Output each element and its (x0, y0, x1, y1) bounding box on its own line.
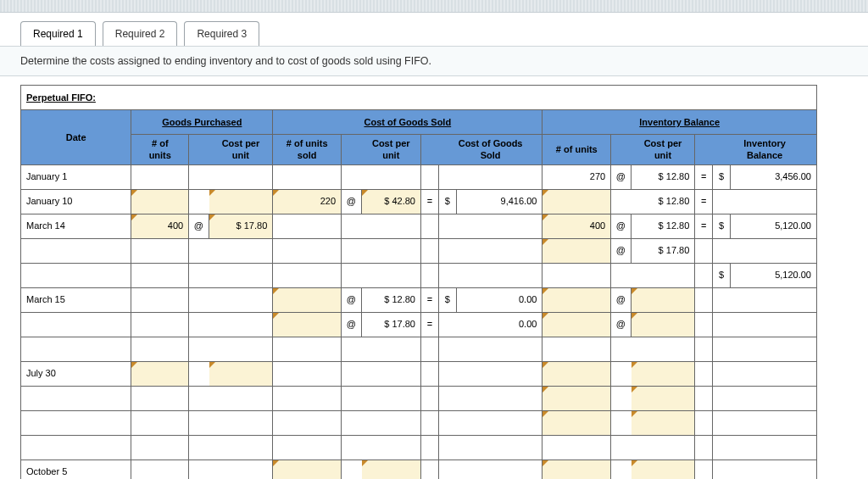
window-stripe (0, 0, 868, 13)
inv-cost: $ 12.80 (631, 214, 695, 238)
tab-required-3[interactable]: Required 3 (184, 21, 259, 46)
inv-units-input[interactable] (542, 287, 611, 312)
at-symbol: @ (189, 214, 209, 238)
head-gp-cost: Cost per unit (209, 135, 273, 165)
row-blank-1 (21, 337, 817, 361)
cogs-total: 0.00 (456, 312, 542, 337)
cogs-cost-input[interactable] (361, 460, 420, 479)
row-oct5: October 5 (21, 460, 817, 479)
inv-units-input[interactable] (542, 460, 611, 479)
inv-cost-input[interactable] (631, 386, 695, 410)
cogs-units-input[interactable]: 220 (273, 189, 342, 214)
gp-cost-input[interactable] (209, 189, 273, 214)
eq-symbol: = (420, 312, 438, 337)
row-jan1: January 1 270 @ $ 12.80 = $ 3,456.00 (21, 164, 817, 189)
dollar-symbol: $ (713, 263, 731, 287)
dollar-symbol: $ (713, 214, 731, 238)
inv-cost-input[interactable] (631, 287, 695, 312)
dollar-symbol: $ (713, 164, 731, 189)
inv-cost-input[interactable] (631, 460, 695, 479)
row-jul30: July 30 (21, 361, 817, 386)
row-mar15b: @ $ 17.80 = 0.00 @ (21, 312, 817, 337)
inv-cost-input[interactable] (631, 410, 695, 435)
at-symbol: @ (611, 238, 631, 263)
dollar-symbol: $ (438, 189, 456, 214)
gp-units-input[interactable]: 400 (131, 214, 189, 238)
cogs-units-input[interactable] (273, 287, 342, 312)
row-mar14t: $ 5,120.00 (21, 263, 817, 287)
inv-balance: 5,120.00 (731, 263, 817, 287)
cogs-units-input[interactable] (273, 312, 342, 337)
row-mar15a: March 15 @ $ 12.80 = $ 0.00 @ (21, 287, 817, 312)
cogs-total: 0.00 (456, 287, 542, 312)
column-header-row: # of units Cost per unit # of units sold… (21, 135, 817, 165)
inv-units-input[interactable] (542, 312, 611, 337)
eq-symbol: = (695, 189, 713, 214)
row-jul30b (21, 386, 817, 410)
eq-symbol: = (420, 189, 438, 214)
gp-units-input[interactable] (131, 361, 189, 386)
at-symbol: @ (342, 287, 361, 312)
eq-symbol: = (695, 164, 713, 189)
date-cell: March 14 (21, 214, 131, 238)
inv-units-input[interactable]: 400 (542, 214, 611, 238)
eq-symbol: = (420, 287, 438, 312)
at-symbol: @ (611, 214, 631, 238)
gp-cost-input[interactable] (209, 361, 273, 386)
at-symbol: @ (611, 164, 631, 189)
fifo-table: Perpetual FIFO: Date Goods Purchased Cos… (20, 85, 817, 479)
cogs-cost-input[interactable]: $ 42.80 (361, 189, 420, 214)
inv-cost: $ 17.80 (631, 238, 695, 263)
head-inv-bal: Inventory Balance (713, 135, 817, 165)
inv-units-input[interactable] (542, 361, 611, 386)
date-cell: July 30 (21, 361, 131, 386)
table-title: Perpetual FIFO: (21, 86, 817, 110)
inv-cost-input[interactable] (631, 312, 695, 337)
gp-cost-input[interactable]: $ 17.80 (209, 214, 273, 238)
tab-required-1[interactable]: Required 1 (20, 21, 96, 46)
inv-units-input[interactable] (542, 238, 611, 263)
inv-units: 270 (542, 164, 611, 189)
head-inv-units: # of units (542, 135, 611, 165)
title-row: Perpetual FIFO: (21, 86, 817, 110)
head-section-inv: Inventory Balance (542, 110, 817, 135)
head-date: Date (21, 110, 131, 165)
head-cogs-total: Cost of Goods Sold (438, 135, 542, 165)
head-gp-units: # of units (131, 135, 189, 165)
date-cell: October 5 (21, 460, 131, 479)
inv-cost: $ 12.80 (631, 164, 695, 189)
row-mar14b: @ $ 17.80 (21, 238, 817, 263)
at-symbol: @ (611, 312, 631, 337)
section-header-row: Date Goods Purchased Cost of Goods Sold … (21, 110, 817, 135)
row-jan10: January 10 220 @ $ 42.80 = $ 9,416.00 $ … (21, 189, 817, 214)
row-mar14: March 14 400 @ $ 17.80 400 @ $ 12.80 = $… (21, 214, 817, 238)
row-jul30c (21, 410, 817, 435)
at-symbol: @ (342, 312, 361, 337)
inv-cost: $ 12.80 (631, 189, 695, 214)
inv-balance: 5,120.00 (731, 214, 817, 238)
date-cell: January 1 (21, 164, 131, 189)
inv-units-input[interactable] (542, 386, 611, 410)
head-section-gp: Goods Purchased (131, 110, 273, 135)
head-cogs-cost: Cost per unit (361, 135, 420, 165)
inv-units-input[interactable] (542, 410, 611, 435)
row-blank-2 (21, 435, 817, 460)
cogs-cost: $ 17.80 (361, 312, 420, 337)
inv-balance: 3,456.00 (731, 164, 817, 189)
eq-symbol: = (695, 214, 713, 238)
cogs-cost: $ 12.80 (361, 287, 420, 312)
gp-units-input[interactable] (131, 189, 189, 214)
head-cogs-units: # of units sold (273, 135, 342, 165)
dollar-symbol: $ (438, 287, 456, 312)
head-inv-cost: Cost per unit (631, 135, 695, 165)
cogs-units-input[interactable] (273, 460, 342, 479)
at-symbol: @ (611, 287, 631, 312)
date-cell: March 15 (21, 287, 131, 312)
tab-required-2[interactable]: Required 2 (103, 21, 178, 46)
head-section-cogs: Cost of Goods Sold (273, 110, 542, 135)
inv-units-input[interactable] (542, 189, 611, 214)
inv-cost-input[interactable] (631, 361, 695, 386)
cogs-total: 9,416.00 (456, 189, 542, 214)
instruction-text: Determine the costs assigned to ending i… (0, 46, 868, 76)
tab-bar: Required 1 Required 2 Required 3 (0, 13, 868, 46)
